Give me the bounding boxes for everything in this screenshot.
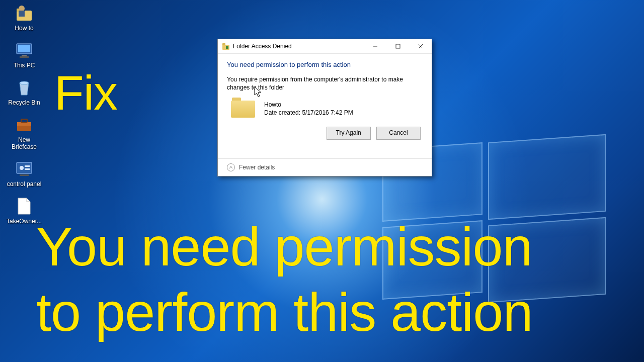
desktop-icon-thispc[interactable]: This PC: [4, 40, 44, 69]
svg-rect-3: [19, 11, 25, 17]
dialog-footer[interactable]: Fewer details: [218, 158, 432, 176]
dialog-heading: You need permission to perform this acti…: [227, 61, 423, 68]
svg-rect-18: [222, 43, 225, 45]
svg-rect-19: [226, 46, 228, 49]
minimize-button[interactable]: [364, 39, 386, 53]
file-icon: [14, 196, 34, 216]
svg-rect-14: [25, 165, 30, 167]
folder-icon: [231, 98, 255, 118]
icon-label: control panel: [4, 180, 44, 188]
svg-rect-10: [17, 122, 31, 126]
svg-rect-12: [17, 162, 32, 173]
svg-rect-16: [20, 174, 29, 176]
icon-label: Recycle Bin: [4, 99, 44, 106]
desktop-icon-recyclebin[interactable]: Recycle Bin: [4, 77, 44, 106]
control-panel-icon: [14, 159, 34, 179]
svg-point-13: [20, 166, 24, 170]
dialog-title: Folder Access Denied: [233, 39, 364, 53]
folder-access-denied-dialog: Folder Access Denied You need permission…: [217, 39, 432, 176]
dialog-app-icon: [222, 42, 230, 50]
winlogo-pane: [488, 134, 606, 220]
maximize-button[interactable]: [386, 39, 409, 53]
svg-rect-21: [396, 44, 400, 48]
dialog-folder-info: Howto Date created: 5/17/2016 7:42 PM: [231, 98, 423, 118]
desktop[interactable]: How to This PC Recycle Bin New Briefcase…: [0, 0, 644, 362]
desktop-icon-controlpanel[interactable]: control panel: [4, 159, 44, 188]
svg-rect-7: [20, 56, 29, 58]
close-button[interactable]: [409, 39, 432, 53]
dialog-titlebar[interactable]: Folder Access Denied: [218, 39, 432, 54]
svg-rect-6: [22, 55, 27, 56]
person-folder-icon: [14, 3, 34, 23]
folder-date: Date created: 5/17/2016 7:42 PM: [264, 109, 353, 117]
svg-rect-11: [21, 119, 27, 122]
dialog-body: You need permission to perform this acti…: [218, 54, 432, 140]
overlay-text-line3: to perform this action: [36, 281, 532, 343]
chevron-up-icon: [227, 163, 235, 171]
svg-point-8: [20, 81, 29, 84]
cancel-button[interactable]: Cancel: [376, 127, 421, 140]
desktop-icon-howto[interactable]: How to: [4, 3, 44, 32]
icon-label: How to: [4, 25, 44, 32]
desktop-icon-briefcase[interactable]: New Briefcase: [4, 115, 44, 150]
overlay-text-line2: You need permission: [36, 215, 532, 278]
try-again-button[interactable]: Try Again: [327, 127, 371, 140]
dialog-message: You require permission from the computer…: [227, 75, 423, 92]
recycle-bin-icon: [14, 77, 34, 98]
svg-rect-15: [25, 168, 30, 170]
fewer-details-label: Fewer details: [239, 164, 275, 171]
briefcase-icon: [14, 115, 34, 135]
overlay-text-fix: Fix: [54, 65, 117, 121]
icon-label: This PC: [4, 62, 44, 69]
folder-name: Howto: [264, 101, 353, 109]
computer-icon: [14, 40, 34, 60]
icon-label: New Briefcase: [4, 136, 44, 150]
svg-rect-5: [18, 45, 30, 52]
